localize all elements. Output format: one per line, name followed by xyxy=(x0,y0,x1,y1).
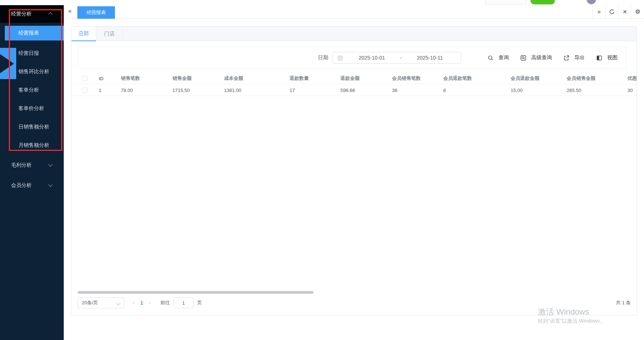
table-cell: 596.66 xyxy=(340,84,355,96)
table-cell: 15.00 xyxy=(511,84,523,96)
date-end-value[interactable]: 2025-10-11 xyxy=(403,55,456,61)
table-header-cell: 会员退款金额 xyxy=(511,72,539,84)
gear-icon[interactable]: ⚙ xyxy=(631,5,644,18)
table-header-cell: 退款金额 xyxy=(340,72,360,84)
view-icon xyxy=(596,55,605,61)
table-header-row: ID销售笔数销售金额成本金额退款数量退款金额会员销售笔数会员退款笔数会员退款金额… xyxy=(71,72,637,84)
chevron-down-icon xyxy=(48,183,52,187)
advanced-search-icon xyxy=(521,55,529,61)
tab-stores[interactable]: 门店 xyxy=(96,26,123,41)
sidebar-group-label: 经营分析 xyxy=(11,11,32,17)
content-card: 总部 门店 日期 2025-10-01 - 2025-10-11 查询高级查询导… xyxy=(71,26,637,315)
filter-buttons: 查询高级查询导出视图 xyxy=(476,54,617,61)
table-cell: 265.50 xyxy=(567,84,581,96)
table-header-cell: 会员销售笔数 xyxy=(392,72,421,84)
table-header-cell: 销售笔数 xyxy=(121,72,140,84)
date-start-value[interactable]: 2025-10-01 xyxy=(345,55,399,61)
row-checkbox[interactable] xyxy=(82,88,87,93)
browser-green-button[interactable] xyxy=(531,0,555,4)
sidebar-item-active[interactable]: 经营报表 xyxy=(5,26,64,40)
table-header-cell: 优惠 xyxy=(627,72,637,84)
sidebar: 经营分析 经营报表 经营日报销售环比分析客单分析客单价分析日销售额分析月销售额分… xyxy=(0,5,64,340)
table-cell: 8 xyxy=(443,84,446,96)
browser-top-strip xyxy=(0,0,644,5)
table-cell: 78.00 xyxy=(121,84,133,96)
expand-tabs-icon[interactable]: » xyxy=(592,5,605,18)
page-number[interactable]: 1 xyxy=(140,300,143,306)
table-header-cell: 成本金额 xyxy=(224,72,243,84)
chevron-down-icon xyxy=(116,301,120,305)
page-tab-active[interactable]: 经营报表 xyxy=(77,6,115,19)
query-button[interactable]: 查询 xyxy=(488,54,509,61)
table-cell: 1381.00 xyxy=(224,84,241,96)
horizontal-scrollbar[interactable] xyxy=(78,291,314,294)
select-all-checkbox[interactable] xyxy=(82,76,87,81)
table-cell: 1 xyxy=(99,84,101,96)
sidebar-item[interactable]: 客单价分析 xyxy=(5,101,64,116)
button-label: 查询 xyxy=(498,54,509,61)
table-header-cell: 退款数量 xyxy=(290,72,309,84)
chevron-up-icon xyxy=(48,12,52,16)
sidebar-item[interactable]: 日销售额分析 xyxy=(5,120,64,134)
button-label: 视图 xyxy=(607,54,617,61)
prev-page-button[interactable]: ‹ xyxy=(133,300,134,306)
refresh-icon[interactable] xyxy=(605,5,618,18)
table-cell: 1715.50 xyxy=(172,84,190,96)
pagination: 20条/页 ‹ 1 › 前往 页 xyxy=(78,297,202,309)
chevron-left-icon xyxy=(0,54,14,73)
next-page-button[interactable]: › xyxy=(149,300,151,306)
export-icon xyxy=(564,55,572,61)
total-count: 共 1 条 xyxy=(616,300,631,306)
advanced-query-button[interactable]: 高级查询 xyxy=(521,54,552,61)
page-unit-label: 页 xyxy=(197,300,202,306)
table-cell: 36 xyxy=(392,84,397,96)
search-icon xyxy=(488,55,496,61)
calendar-icon xyxy=(337,55,343,61)
table-header-cell: 会员退款笔数 xyxy=(443,72,472,84)
sidebar-group-collapsed[interactable]: 毛利分析 xyxy=(0,158,64,173)
button-label: 高级查询 xyxy=(531,54,552,61)
avatar[interactable] xyxy=(587,0,596,4)
sidebar-group-business-analysis[interactable]: 经营分析 xyxy=(0,5,64,23)
goto-label: 前往 xyxy=(160,300,170,306)
filter-panel: 日期 2025-10-01 - 2025-10-11 查询高级查询导出视图 xyxy=(78,47,627,69)
windows-activation-hint: 转到“设置”以激活 Windows。 xyxy=(538,318,605,325)
sidebar-collapse-handle[interactable] xyxy=(0,48,16,79)
collapse-sidebar-icon[interactable]: « xyxy=(68,7,71,15)
button-label: 导出 xyxy=(574,54,585,61)
sidebar-item-label: 经营报表 xyxy=(18,30,39,36)
page-size-value: 20条/页 xyxy=(82,300,98,306)
date-range-input[interactable]: 2025-10-01 - 2025-10-11 xyxy=(333,52,461,64)
sidebar-item[interactable]: 月销售额分析 xyxy=(5,138,64,153)
page-size-select[interactable]: 20条/页 xyxy=(78,297,125,308)
sidebar-item[interactable]: 客单分析 xyxy=(5,83,64,98)
windows-activation-watermark: 激活 Windows xyxy=(538,307,589,318)
topbar: « 经营报表 » × ⚙ xyxy=(64,5,644,19)
table-row[interactable]: 178.001715.501381.0017596.6636815.00265.… xyxy=(71,84,637,96)
view-button[interactable]: 视图 xyxy=(596,54,617,61)
date-label: 日期 xyxy=(318,54,328,61)
tabs-header: 总部 门店 xyxy=(71,26,637,41)
table-cell: 17 xyxy=(290,84,295,96)
tab-headquarters[interactable]: 总部 xyxy=(71,26,96,41)
table-header-cell: ID xyxy=(99,72,104,84)
close-icon[interactable]: × xyxy=(618,5,631,18)
goto-page-input[interactable] xyxy=(174,297,193,308)
chevron-down-icon xyxy=(48,162,52,166)
table-header-cell: 销售金额 xyxy=(172,72,192,84)
table-header-cell: 会员销售金额 xyxy=(567,72,595,84)
table-cell: 30 xyxy=(627,84,633,96)
browser-search-input[interactable] xyxy=(485,0,527,4)
export-button[interactable]: 导出 xyxy=(564,54,585,61)
sidebar-group-collapsed[interactable]: 会员分析 xyxy=(0,178,64,193)
date-separator: - xyxy=(399,55,403,61)
